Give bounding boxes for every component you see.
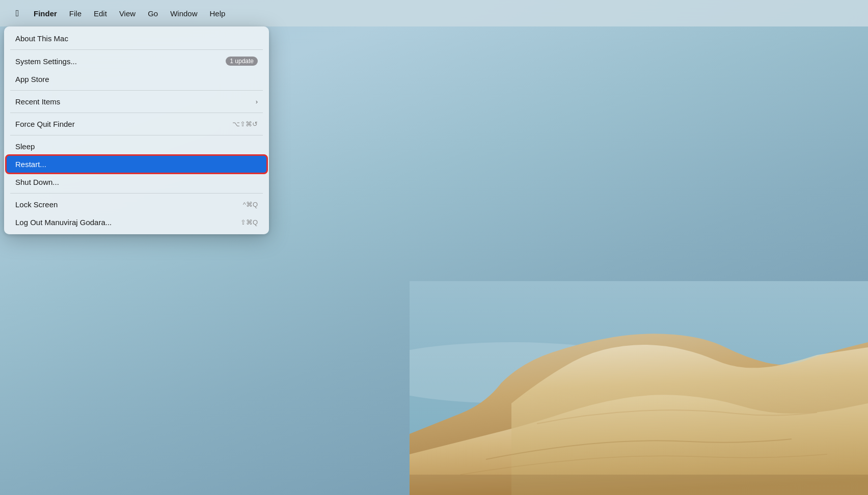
menu-item-about-this-mac[interactable]: About This Mac bbox=[6, 30, 267, 47]
apple-dropdown-menu: About This Mac System Settings... 1 upda… bbox=[4, 26, 269, 234]
menu-item-shut-down[interactable]: Shut Down... bbox=[6, 173, 267, 191]
menu-item-lock-screen[interactable]: Lock Screen ^⌘Q bbox=[6, 196, 267, 213]
menu-item-logout-label: Log Out Manuviraj Godara... bbox=[15, 218, 240, 227]
menu-item-shut-down-label: Shut Down... bbox=[15, 178, 258, 186]
menubar-file[interactable]: File bbox=[64, 7, 87, 20]
desktop-rock-image bbox=[410, 281, 868, 495]
menu-item-app-store-label: App Store bbox=[15, 75, 258, 84]
menu-item-force-quit[interactable]: Force Quit Finder ⌥⇧⌘↺ bbox=[6, 115, 267, 133]
menubar-edit[interactable]: Edit bbox=[89, 7, 112, 20]
menu-item-recent-items-label: Recent Items bbox=[15, 97, 256, 106]
menu-item-sleep[interactable]: Sleep bbox=[6, 138, 267, 155]
update-badge: 1 update bbox=[226, 57, 258, 66]
menubar-help[interactable]: Help bbox=[205, 7, 231, 20]
menu-item-restart[interactable]: Restart... bbox=[6, 155, 267, 173]
menu-separator-2 bbox=[10, 90, 263, 91]
menu-item-force-quit-shortcut: ⌥⇧⌘↺ bbox=[232, 120, 258, 128]
menu-separator-3 bbox=[10, 113, 263, 113]
menubar-finder[interactable]: Finder bbox=[29, 7, 62, 20]
menu-item-lock-screen-label: Lock Screen bbox=[15, 200, 243, 209]
menu-item-sleep-label: Sleep bbox=[15, 142, 258, 151]
menu-item-logout[interactable]: Log Out Manuviraj Godara... ⇧⌘Q bbox=[6, 213, 267, 231]
menu-item-force-quit-label: Force Quit Finder bbox=[15, 120, 232, 128]
menu-item-system-settings[interactable]: System Settings... 1 update bbox=[6, 52, 267, 70]
menubar:  Finder File Edit View Go Window Help bbox=[0, 0, 868, 26]
menu-item-logout-shortcut: ⇧⌘Q bbox=[240, 218, 258, 226]
menu-item-app-store[interactable]: App Store bbox=[6, 70, 267, 88]
chevron-right-icon: › bbox=[256, 98, 258, 105]
menu-separator-4 bbox=[10, 135, 263, 135]
menu-item-system-settings-label: System Settings... bbox=[15, 57, 226, 66]
menubar-window[interactable]: Window bbox=[165, 7, 202, 20]
menu-item-about-label: About This Mac bbox=[15, 34, 258, 43]
menu-item-lock-screen-shortcut: ^⌘Q bbox=[243, 201, 258, 208]
menubar-view[interactable]: View bbox=[114, 7, 141, 20]
menu-item-recent-items[interactable]: Recent Items › bbox=[6, 93, 267, 111]
apple-menu-button[interactable]:  bbox=[8, 4, 26, 22]
menubar-go[interactable]: Go bbox=[143, 7, 163, 20]
menu-separator-1 bbox=[10, 49, 263, 50]
menu-item-restart-label: Restart... bbox=[15, 160, 258, 169]
svg-rect-2 bbox=[410, 475, 868, 495]
apple-logo-icon:  bbox=[16, 8, 19, 19]
menu-separator-5 bbox=[10, 193, 263, 194]
